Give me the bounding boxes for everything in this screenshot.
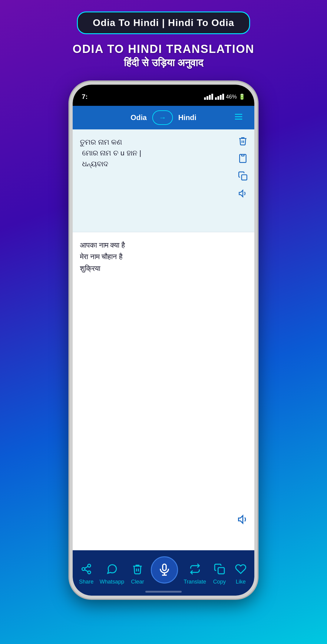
whatsapp-label: Whatsapp <box>100 579 124 585</box>
delete-button[interactable] <box>236 134 249 148</box>
app-title-bar: Odia To Hindi | Hindi To Odia <box>77 11 250 34</box>
copy-label: Copy <box>213 579 226 585</box>
battery-percent: 46% <box>226 94 237 100</box>
signal-bar-2 <box>215 94 224 100</box>
heading-block: ODIA TO HINDI TRANSLATION हिंदी से उड़िय… <box>73 43 254 69</box>
translate-button[interactable]: Translate <box>183 561 206 585</box>
action-icons <box>236 134 249 200</box>
share-icon-wrap <box>78 561 94 577</box>
notch <box>139 85 188 96</box>
battery-icon: 🔋 <box>239 93 245 100</box>
translate-icon-wrap <box>187 561 203 577</box>
swap-lang-button[interactable]: → <box>152 110 173 125</box>
speak-input-button[interactable] <box>236 187 249 200</box>
clipboard-button[interactable] <box>236 152 249 165</box>
clear-icon-wrap <box>130 561 145 577</box>
like-button[interactable]: Like <box>233 561 249 585</box>
status-icons: 46% 🔋 <box>204 93 245 100</box>
like-icon-wrap <box>233 561 249 577</box>
source-lang: Odia <box>130 113 147 122</box>
status-bar: 7: 46% 🔋 <box>73 85 254 106</box>
status-time: 7: <box>82 93 88 101</box>
app-nav: Odia → Hindi <box>73 106 254 129</box>
clear-button[interactable]: Clear <box>130 561 145 585</box>
svg-rect-13 <box>218 568 224 574</box>
app-title-text: Odia To Hindi | Hindi To Odia <box>93 17 234 28</box>
phone-mockup: 7: 46% 🔋 Odia → Hindi <box>70 82 257 599</box>
svg-rect-4 <box>242 175 247 180</box>
svg-rect-10 <box>163 564 167 571</box>
signal-bar-1 <box>204 94 213 100</box>
content-area: ତୁମର ନାମ କଣ ମୋର ନାମ ଚ u ହାନ | ଧନ୍ୟବାଦ <box>73 129 254 550</box>
share-label: Share <box>79 579 94 585</box>
like-label: Like <box>236 579 246 585</box>
svg-point-7 <box>88 571 91 574</box>
heading-line2: हिंदी से उड़िया अनुवाद <box>73 57 254 69</box>
copy-bottom-button[interactable]: Copy <box>212 561 227 585</box>
input-section[interactable]: ତୁମର ନାମ କଣ ମୋର ନାମ ଚ u ହାନ | ଧନ୍ୟବାଦ <box>73 129 254 232</box>
menu-icon[interactable] <box>234 112 243 124</box>
heading-line1: ODIA TO HINDI TRANSLATION <box>73 43 254 56</box>
svg-point-5 <box>88 564 91 567</box>
output-section: आपका नाम क्या है मेरा नाम चौहान है शुक्र… <box>73 232 254 550</box>
copy-icon-wrap <box>212 561 227 577</box>
target-lang: Hindi <box>178 113 197 122</box>
whatsapp-icon-wrap <box>104 561 120 577</box>
speak-output-button[interactable] <box>236 513 249 526</box>
svg-rect-3 <box>242 154 244 156</box>
copy-button[interactable] <box>236 169 249 183</box>
share-button[interactable]: Share <box>78 561 94 585</box>
svg-line-8 <box>85 570 88 571</box>
mic-button[interactable] <box>151 556 178 584</box>
home-indicator <box>145 591 182 593</box>
bottom-bar: Share Whatsapp Clear <box>73 550 254 596</box>
translate-label: Translate <box>183 579 206 585</box>
output-text: आपका नाम क्या है मेरा नाम चौहान है शुक्र… <box>80 239 247 274</box>
svg-point-6 <box>82 568 85 571</box>
clear-label: Clear <box>131 579 144 585</box>
input-text: ତୁମର ନାମ କଣ ମୋର ନାମ ଚ u ହାନ | ଧନ୍ୟବାଦ <box>80 137 247 169</box>
svg-line-9 <box>85 566 88 568</box>
whatsapp-button[interactable]: Whatsapp <box>100 561 124 585</box>
arrow-icon: → <box>159 113 166 122</box>
